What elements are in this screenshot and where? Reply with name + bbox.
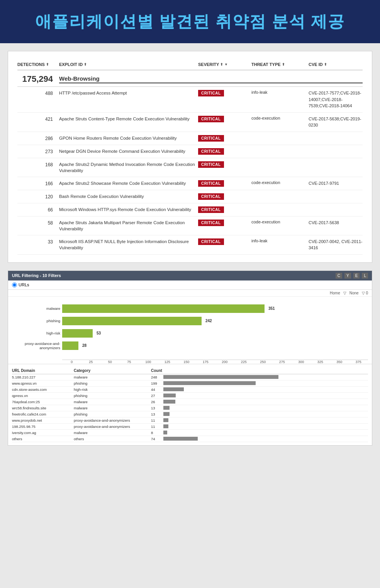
app-group-header: 175,294 Web-Browsing	[17, 70, 363, 87]
threat-type: code-execution	[251, 220, 305, 224]
domain-name: 76aydeal.com:25	[12, 400, 74, 404]
x-tick: 250	[253, 360, 273, 364]
severity-cell: CRITICAL	[198, 90, 248, 96]
domain-bar	[163, 431, 167, 434]
x-tick: 150	[177, 360, 196, 364]
severity-badge: CRITICAL	[198, 206, 224, 213]
bar-label: malware	[12, 306, 60, 311]
col-detections-label: DETECTIONS	[17, 62, 45, 67]
domain-count: 11	[151, 418, 162, 422]
col-cve-label: CVE ID	[309, 62, 323, 67]
col-cve-id[interactable]: CVE ID ⬆	[309, 62, 363, 67]
x-tick: 300	[292, 360, 311, 364]
domain-table: URL Domain Category Count 5.188.210.227 …	[8, 364, 372, 445]
domain-name: 5.188.210.227	[12, 375, 74, 379]
detection-count: 58	[17, 220, 56, 226]
domain-bar-cell: 27	[151, 394, 368, 398]
x-tick: 0	[62, 360, 81, 364]
x-tick: 125	[158, 360, 177, 364]
domain-bar	[163, 381, 256, 385]
exploit-name: Bash Remote Code Execution Vulnerability	[59, 193, 195, 199]
domain-name: others	[12, 437, 74, 441]
exploit-name: Apache Struts2 Showcase Remote Code Exec…	[59, 180, 195, 186]
url-radio-group[interactable]: URLs	[12, 282, 29, 287]
url-section-subheader: URLs	[8, 280, 372, 290]
domain-count: 8	[151, 431, 162, 435]
domain-name: wrc58.findresults.site	[12, 406, 74, 410]
ctrl-c-btn[interactable]: C	[336, 273, 342, 279]
domain-row: cdn.store-assets.com high-risk 44	[12, 387, 368, 393]
domain-count: 11	[151, 424, 162, 429]
table-row: 120 Bash Remote Code Execution Vulnerabi…	[17, 190, 363, 203]
bar-label: phishing	[12, 319, 60, 323]
x-tick: 75	[120, 360, 139, 364]
domain-category: malware	[74, 431, 151, 435]
col-detections[interactable]: DETECTIONS ⬆	[17, 62, 56, 67]
sort-cve-icon: ⬆	[324, 63, 327, 66]
x-axis-ticks: 0255075100125150175200225250275300325350…	[62, 360, 368, 364]
domain-bar-cell: 13	[151, 412, 368, 416]
domain-table-header: URL Domain Category Count	[12, 367, 368, 374]
ctrl-e-btn[interactable]: E	[353, 273, 360, 279]
domain-name: iversity.com.ag	[12, 431, 74, 435]
vulnerability-section: DETECTIONS ⬆ EXPLOIT ID ⬆ SEVERITY ⬆ ▼ T…	[8, 51, 372, 263]
exploit-name: Netgear DGN Device Remote Command Execut…	[59, 148, 195, 154]
bar-chart-area: malware 351 phishing 242 high-risk 53 pr…	[8, 297, 372, 364]
bar-label: high-risk	[12, 331, 60, 335]
domain-row: wrc58.findresults.site malware 13	[12, 405, 368, 411]
x-tick: 225	[234, 360, 254, 364]
detection-count: 66	[17, 206, 56, 213]
sort-exploit-icon: ⬆	[84, 63, 87, 66]
table-header-row: DETECTIONS ⬆ EXPLOIT ID ⬆ SEVERITY ⬆ ▼ T…	[17, 59, 363, 70]
x-tick: 275	[273, 360, 292, 364]
x-tick: 200	[215, 360, 234, 364]
detection-count: 286	[17, 135, 56, 141]
exploit-name: Apache Struts Content-Type Remote Code E…	[59, 116, 195, 122]
domain-count: 44	[151, 387, 162, 392]
domain-category: phishing	[74, 394, 151, 398]
domain-count: 13	[151, 406, 162, 410]
detection-count: 421	[17, 116, 56, 122]
domain-count: 74	[151, 437, 162, 441]
domain-row: 5.188.210.227 malware 248	[12, 374, 368, 380]
exploit-name: Apache Struts Jakarta Multipart Parser R…	[59, 220, 195, 232]
domain-bar-cell: 248	[151, 375, 368, 379]
domain-row: www.qpress.vn phishing 199	[12, 380, 368, 387]
col-severity-label: SEVERITY	[198, 62, 219, 67]
sort-severity-icon: ⬆ ▼	[220, 63, 227, 66]
threat-type: code-execution	[251, 116, 305, 120]
url-section-header: URL Filtering - 10 Filters C Y E L	[8, 271, 372, 280]
severity-badge: CRITICAL	[198, 135, 224, 142]
domain-row: qpress.vn phishing 27	[12, 393, 368, 399]
chart-bar-row: malware 351	[62, 304, 368, 313]
detection-count: 488	[17, 90, 56, 96]
home-label: Home	[330, 291, 340, 295]
urls-radio[interactable]	[12, 282, 17, 287]
domain-name: cdn.store-assets.com	[12, 387, 74, 392]
col-threat-type[interactable]: THREAT TYPE ⬆	[251, 62, 305, 67]
bar-label: proxy-avoidance-and-anonymizers	[12, 341, 60, 350]
x-axis: 0255075100125150175200225250275300325350…	[12, 360, 368, 364]
col-exploit-id[interactable]: EXPLOIT ID ⬆	[59, 62, 195, 67]
col-severity[interactable]: SEVERITY ⬆ ▼	[198, 62, 248, 67]
category-col-header: Category	[74, 368, 151, 373]
ctrl-l-btn[interactable]: L	[362, 273, 368, 279]
domain-category: proxy-avoidance-and-anonymizers	[74, 424, 151, 429]
detection-count: 120	[17, 193, 56, 199]
severity-badge: CRITICAL	[198, 238, 224, 245]
domain-bar-cell: 8	[151, 431, 368, 435]
severity-cell: CRITICAL	[198, 220, 248, 226]
page-title: 애플리케이션별 발견된 취약점 분석 제공	[12, 11, 368, 32]
table-row: 33 Microsoft IIS ASP.NET NULL Byte Injec…	[17, 235, 363, 255]
bar-value: 53	[97, 331, 101, 335]
ctrl-y-btn[interactable]: Y	[344, 273, 351, 279]
severity-badge: CRITICAL	[198, 90, 224, 96]
exploit-name: HTTP /etc/passwd Access Attempt	[59, 90, 195, 96]
severity-badge: CRITICAL	[198, 193, 224, 200]
app-group-name: Web-Browsing	[59, 75, 363, 83]
table-row: 421 Apache Struts Content-Type Remote Co…	[17, 113, 363, 132]
domain-count: 199	[151, 381, 162, 385]
exploit-name: Apache Struts2 Dynamic Method Invocation…	[59, 161, 195, 174]
domain-bar-cell: 44	[151, 387, 368, 392]
domain-name: qpress.vn	[12, 394, 74, 398]
